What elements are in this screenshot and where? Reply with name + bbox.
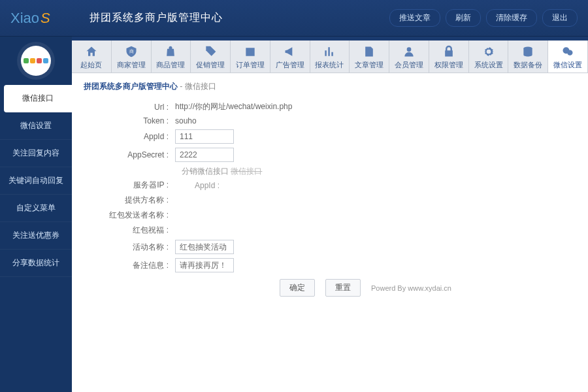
tab-label: 起始页 bbox=[80, 61, 102, 69]
activity-label: 活动名称 : bbox=[84, 242, 175, 253]
sidebar-item-custom-menu[interactable]: 自定义菜单 bbox=[0, 195, 72, 222]
sidebar: 微信接口 微信设置 关注回复内容 关键词自动回复 自定义菜单 关注送优惠券 分享… bbox=[0, 37, 72, 392]
row-blessing: 红包祝福 : bbox=[84, 225, 576, 236]
sidebar-item-keyword-reply[interactable]: 关键词自动回复 bbox=[0, 167, 72, 195]
wechat-icon bbox=[548, 44, 587, 59]
dashboard-orb-icon[interactable] bbox=[21, 46, 51, 76]
push-article-button[interactable]: 推送文章 bbox=[389, 9, 440, 27]
main: 微信接口 微信设置 关注回复内容 关键词自动回复 自定义菜单 关注送优惠券 分享… bbox=[0, 37, 588, 392]
remark-input[interactable] bbox=[175, 258, 234, 272]
top-tabs: 起始页 商商家管理 商品管理 促销管理 订单管理 广告管理 报表统计 文章管理 … bbox=[72, 41, 588, 73]
user-icon bbox=[389, 44, 429, 59]
submit-button[interactable]: 确定 bbox=[280, 279, 315, 297]
reset-button[interactable]: 重置 bbox=[325, 279, 361, 297]
tag-icon bbox=[191, 44, 230, 59]
sidebar-item-follow-reply[interactable]: 关注回复内容 bbox=[0, 140, 72, 167]
row-url: Url : http://你的网址/wechat/weixin.php bbox=[84, 101, 576, 112]
gear-icon bbox=[469, 44, 508, 59]
tab-label: 权限管理 bbox=[434, 61, 463, 69]
bag-icon bbox=[152, 44, 191, 59]
panel: 拼团系统多商户版管理中心 - 微信接口 Url : http://你的网址/we… bbox=[72, 73, 588, 392]
tab-label: 广告管理 bbox=[276, 61, 304, 69]
tab-article[interactable]: 文章管理 bbox=[350, 41, 389, 73]
row-token: Token : souho bbox=[84, 116, 576, 125]
tab-label: 促销管理 bbox=[196, 61, 225, 69]
appid-label: AppId : bbox=[84, 132, 175, 141]
token-value: souho bbox=[175, 116, 197, 125]
tab-label: 会员管理 bbox=[395, 61, 423, 69]
document-icon bbox=[350, 44, 389, 59]
server-extra-label: AppId : bbox=[195, 181, 220, 190]
tab-product[interactable]: 商品管理 bbox=[152, 41, 191, 73]
server-ip-label: 服务器IP : bbox=[84, 180, 175, 191]
appsecret-label: AppSecret : bbox=[84, 150, 175, 159]
calendar-icon bbox=[231, 44, 270, 59]
provider-label: 提供方名称 : bbox=[84, 195, 175, 206]
refresh-button[interactable]: 刷新 bbox=[446, 9, 481, 27]
breadcrumb: 拼团系统多商户版管理中心 - 微信接口 bbox=[84, 81, 576, 92]
tab-ads[interactable]: 广告管理 bbox=[270, 41, 310, 73]
row-remark: 备注信息 : bbox=[84, 258, 576, 272]
token-label: Token : bbox=[84, 116, 175, 125]
sidebar-item-follow-coupon[interactable]: 关注送优惠券 bbox=[0, 222, 72, 250]
row-sender: 红包发送者名称 : bbox=[84, 210, 576, 221]
row-provider: 提供方名称 : bbox=[84, 195, 576, 206]
tab-label: 数据备份 bbox=[514, 61, 542, 69]
svg-point-3 bbox=[567, 50, 572, 56]
tab-label: 商家管理 bbox=[117, 61, 146, 69]
blessing-label: 红包祝福 : bbox=[84, 225, 175, 236]
logo-accent: S bbox=[41, 10, 50, 27]
url-value: http://你的网址/wechat/weixin.php bbox=[175, 101, 292, 112]
breadcrumb-main: 拼团系统多商户版管理中心 bbox=[84, 82, 178, 91]
row-appid: AppId : bbox=[84, 129, 576, 144]
tab-promotion[interactable]: 促销管理 bbox=[191, 41, 231, 73]
tab-merchant[interactable]: 商商家管理 bbox=[112, 41, 152, 73]
sidebar-item-share-stats[interactable]: 分享数据统计 bbox=[0, 250, 72, 277]
appid-input[interactable] bbox=[175, 129, 234, 144]
home-icon bbox=[72, 44, 111, 59]
clear-cache-button[interactable]: 清除缓存 bbox=[486, 9, 537, 27]
chart-icon bbox=[310, 44, 350, 59]
breadcrumb-sub: - 微信接口 bbox=[180, 82, 216, 91]
tab-label: 微信设置 bbox=[553, 61, 582, 69]
url-label: Url : bbox=[84, 103, 175, 112]
tab-order[interactable]: 订单管理 bbox=[231, 41, 270, 73]
sidebar-item-wechat-api[interactable]: 微信接口 bbox=[4, 85, 72, 112]
tab-backup[interactable]: 数据备份 bbox=[508, 41, 548, 73]
tab-label: 系统设置 bbox=[474, 61, 503, 69]
tab-label: 商品管理 bbox=[156, 61, 185, 69]
tab-label: 报表统计 bbox=[315, 61, 344, 69]
tab-wechat[interactable]: 微信设置 bbox=[548, 41, 588, 73]
logout-button[interactable]: 退出 bbox=[542, 9, 578, 27]
content: 起始页 商商家管理 商品管理 促销管理 订单管理 广告管理 报表统计 文章管理 … bbox=[72, 41, 588, 392]
activity-input[interactable] bbox=[175, 240, 234, 254]
tab-label: 订单管理 bbox=[236, 61, 265, 69]
logo-main: Xiao bbox=[10, 10, 39, 27]
tab-label: 文章管理 bbox=[355, 61, 384, 69]
row-activity: 活动名称 : bbox=[84, 240, 576, 254]
row-appsecret: AppSecret : bbox=[84, 148, 576, 162]
app-title: 拼团系统多商户版管理中心 bbox=[90, 11, 223, 25]
form-buttons: 确定 重置 Powerd By www.xydai.cn bbox=[280, 279, 576, 297]
lock-icon bbox=[429, 44, 468, 59]
tab-settings[interactable]: 系统设置 bbox=[469, 41, 509, 73]
tab-member[interactable]: 会员管理 bbox=[389, 41, 429, 73]
tab-home[interactable]: 起始页 bbox=[72, 41, 112, 73]
row-server-ip: 服务器IP : AppId : bbox=[84, 180, 576, 191]
sidebar-item-wechat-settings[interactable]: 微信设置 bbox=[0, 112, 72, 140]
logo: Xiao S bbox=[10, 10, 50, 27]
powered-by: Powerd By www.xydai.cn bbox=[371, 284, 451, 292]
remark-label: 备注信息 : bbox=[84, 260, 175, 271]
header: Xiao S 拼团系统多商户版管理中心 推送文章 刷新 清除缓存 退出 bbox=[0, 0, 588, 37]
appsecret-input[interactable] bbox=[175, 148, 234, 162]
header-actions: 推送文章 刷新 清除缓存 退出 bbox=[389, 9, 578, 27]
sender-label: 红包发送者名称 : bbox=[84, 210, 175, 221]
megaphone-icon bbox=[270, 44, 310, 59]
svg-text:商: 商 bbox=[129, 49, 133, 54]
tab-permission[interactable]: 权限管理 bbox=[429, 41, 469, 73]
merchant-icon: 商 bbox=[112, 44, 151, 59]
database-icon bbox=[508, 44, 547, 59]
separator-text: 分销微信接口 微信接口 bbox=[182, 166, 576, 177]
tab-report[interactable]: 报表统计 bbox=[310, 41, 350, 73]
